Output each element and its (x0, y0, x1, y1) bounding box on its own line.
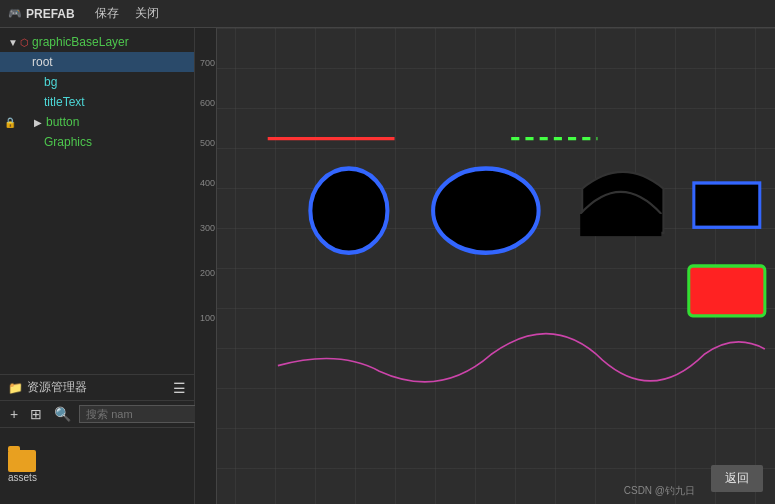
ruler-mark-700: 700 (197, 58, 215, 68)
top-bar-logo: 🎮 (8, 7, 22, 20)
tree-label: Graphics (44, 135, 92, 149)
layer-icon: ⬡ (20, 37, 29, 48)
tree-item-graphicBaseLayer[interactable]: ▼ ⬡ graphicBaseLayer (0, 32, 194, 52)
assets-folder[interactable]: assets (8, 450, 37, 483)
ruler-mark-600: 600 (197, 98, 215, 108)
tree-label: button (46, 115, 79, 129)
tree-item-titleText[interactable]: titleText (0, 92, 194, 112)
tree-item-button[interactable]: 🔒 ▶ button (0, 112, 194, 132)
tree-label: titleText (44, 95, 85, 109)
return-button[interactable]: 返回 (711, 465, 763, 492)
tree-label: root (32, 55, 53, 69)
folder-image (8, 450, 36, 472)
bottom-content: assets (0, 428, 194, 504)
filter-button[interactable]: ⊞ (26, 404, 46, 424)
bottom-panel: 📁 资源管理器 ☰ + ⊞ 🔍 🔒 ↻ assets (0, 374, 194, 504)
lock-icon: 🔒 (4, 117, 16, 128)
top-bar: 🎮 PREFAB 保存 关闭 (0, 0, 775, 28)
menu-icon[interactable]: ☰ (173, 380, 186, 396)
tree-item-graphics[interactable]: Graphics (0, 132, 194, 152)
bottom-panel-header: 📁 资源管理器 ☰ (0, 375, 194, 401)
ruler-left: 700 600 500 400 300 200 100 (195, 28, 217, 504)
tree-area: ▼ ⬡ graphicBaseLayer root bg titleText 🔒 (0, 28, 194, 374)
bottom-toolbar: + ⊞ 🔍 🔒 ↻ (0, 401, 194, 428)
tree-label: graphicBaseLayer (32, 35, 129, 49)
canvas-svg (217, 28, 775, 504)
ruler-mark-400: 400 (197, 178, 215, 188)
ruler-mark-500: 500 (197, 138, 215, 148)
close-button[interactable]: 关闭 (127, 3, 167, 24)
watermark: CSDN @钓九日 (624, 484, 695, 498)
add-button[interactable]: + (6, 404, 22, 424)
arc-base (580, 214, 661, 236)
tree-item-root[interactable]: root (0, 52, 194, 72)
rect-red-green-border (689, 266, 765, 316)
left-panel: ▼ ⬡ graphicBaseLayer root bg titleText 🔒 (0, 28, 195, 504)
canvas-area[interactable]: 700 600 500 400 300 200 100 (195, 28, 775, 504)
bottom-panel-title: 资源管理器 (27, 379, 87, 396)
circle-blue-outline (310, 169, 387, 253)
top-bar-prefab: PREFAB (26, 7, 75, 21)
rect-blue-outline (694, 183, 760, 227)
ruler-mark-100: 100 (197, 313, 215, 323)
ruler-mark-200: 200 (197, 268, 215, 278)
ellipse-blue-outline (433, 169, 539, 253)
folder-small-icon: 📁 (8, 381, 23, 395)
ruler-mark-300: 300 (197, 223, 215, 233)
arrow-icon: ▼ (8, 37, 20, 48)
main-area: ▼ ⬡ graphicBaseLayer root bg titleText 🔒 (0, 28, 775, 504)
search-btn-icon[interactable]: 🔍 (50, 404, 75, 424)
folder-label: assets (8, 472, 37, 483)
arrow-icon: ▶ (34, 117, 46, 128)
tree-item-bg[interactable]: bg (0, 72, 194, 92)
pink-curve (278, 334, 765, 382)
save-button[interactable]: 保存 (87, 3, 127, 24)
tree-label: bg (44, 75, 57, 89)
